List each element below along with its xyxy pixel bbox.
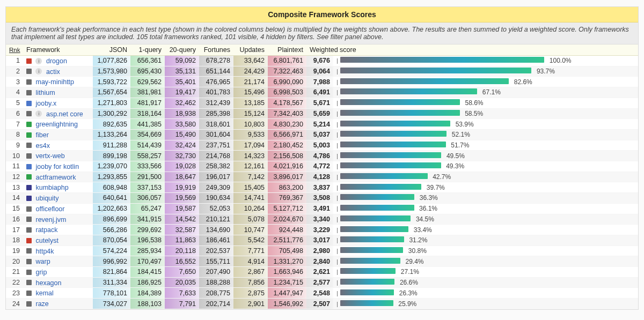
framework-cell[interactable]: fiber (23, 129, 93, 140)
col-framework[interactable]: Framework (23, 44, 93, 56)
color-swatch (26, 122, 32, 127)
score-bar (340, 68, 531, 73)
framework-cell[interactable]: i actix (23, 66, 93, 77)
rank-cell: 21 (6, 267, 23, 278)
col-1query[interactable]: 1-query (130, 44, 165, 56)
framework-link[interactable]: may-minihttp (35, 78, 74, 86)
framework-cell[interactable]: http4k (23, 245, 93, 256)
framework-link[interactable]: kumbiaphp (35, 184, 68, 191)
weighted-cell: 3,017 (306, 235, 333, 245)
framework-cell[interactable]: warp (23, 256, 93, 267)
framework-link[interactable]: http4k (35, 247, 54, 255)
color-swatch (26, 111, 32, 116)
updates-cell: 10,747 (233, 225, 268, 235)
framework-cell[interactable]: i drogon (23, 56, 93, 66)
percent-label: 31.2% (409, 236, 427, 244)
one-query-cell: 318,164 (130, 108, 165, 119)
framework-link[interactable]: lithium (35, 89, 55, 96)
bar-origin: | (336, 216, 338, 222)
framework-cell[interactable]: i asp.net core (23, 108, 93, 119)
framework-link[interactable]: kemal (35, 289, 53, 297)
one-query-cell: 186,925 (130, 277, 165, 288)
framework-link[interactable]: jooby.x (35, 100, 56, 107)
weighted-cell: 3,229 (306, 225, 333, 235)
framework-link[interactable]: cutelyst (35, 237, 58, 244)
framework-cell[interactable]: grip (23, 267, 93, 278)
col-fortunes[interactable]: Fortunes (199, 44, 233, 56)
framework-cell[interactable]: ratpack (23, 225, 93, 235)
updates-cell: 7,856 (233, 277, 268, 288)
bar-cell: | 42.7% (333, 172, 638, 182)
score-bar (340, 300, 393, 306)
json-cell: 734,027 (93, 299, 130, 309)
bar-origin: | (336, 279, 338, 286)
bar-cell: | 31.2% (333, 235, 638, 245)
framework-link[interactable]: ubiquity (35, 195, 58, 202)
framework-cell[interactable]: vertx-web (23, 151, 93, 161)
framework-cell[interactable]: jooby.x (23, 98, 93, 108)
json-cell: 1,593,722 (93, 77, 130, 87)
score-bar (340, 142, 446, 147)
framework-link[interactable]: actframework (35, 173, 76, 181)
json-cell: 821,864 (93, 267, 130, 278)
score-bar (340, 99, 460, 105)
percent-label: 58.5% (465, 110, 483, 117)
framework-cell[interactable]: kemal (23, 288, 93, 299)
fortunes-cell: 186,461 (199, 235, 233, 245)
col-weighted[interactable]: Weighted score (306, 44, 638, 56)
info-icon[interactable]: i (35, 58, 42, 64)
bar-origin: | (336, 121, 338, 128)
col-json[interactable]: JSON (93, 44, 130, 56)
json-cell: 1,077,826 (93, 56, 130, 66)
framework-link[interactable]: jooby for kotlin (35, 163, 79, 170)
framework-link[interactable]: asp.net core (46, 110, 83, 117)
framework-link[interactable]: fiber (35, 131, 48, 139)
info-icon[interactable]: i (35, 68, 42, 75)
fortunes-cell: 210,121 (199, 214, 233, 225)
framework-link[interactable]: revenj.jvm (35, 215, 66, 223)
col-plaintext[interactable]: Plaintext (268, 44, 306, 56)
color-swatch (26, 132, 32, 138)
bar-origin: | (336, 184, 338, 191)
framework-link[interactable]: grip (35, 269, 47, 276)
weighted-cell: 5,214 (306, 119, 333, 130)
rank-cell: 4 (6, 87, 23, 98)
framework-link[interactable]: vertx-web (35, 152, 64, 160)
table-row: 21 grip 821,864 184,415 7,650 207,490 2,… (6, 267, 638, 278)
score-bar (340, 57, 544, 63)
framework-cell[interactable]: kumbiaphp (23, 182, 93, 193)
framework-link[interactable]: ratpack (35, 226, 57, 234)
updates-cell: 15,496 (233, 87, 268, 98)
updates-cell: 7,771 (233, 245, 268, 256)
twenty-query-cell: 20,035 (165, 277, 199, 288)
framework-link[interactable]: actix (46, 68, 60, 75)
one-query-cell: 299,692 (130, 225, 165, 235)
framework-cell[interactable]: actframework (23, 172, 93, 182)
framework-cell[interactable]: jooby for kotlin (23, 161, 93, 172)
framework-cell[interactable]: officefloor (23, 203, 93, 214)
fortunes-cell: 318,601 (199, 119, 233, 130)
framework-cell[interactable]: ubiquity (23, 193, 93, 204)
framework-cell[interactable]: revenj.jvm (23, 214, 93, 225)
framework-link[interactable]: es4x (35, 142, 49, 149)
twenty-query-cell: 59,092 (165, 56, 199, 66)
framework-link[interactable]: drogon (46, 57, 67, 65)
col-20query[interactable]: 20-query (165, 44, 199, 56)
framework-cell[interactable]: cutelyst (23, 235, 93, 245)
framework-cell[interactable]: greenlightning (23, 119, 93, 130)
col-rank[interactable]: Rnk (6, 44, 23, 56)
framework-cell[interactable]: raze (23, 299, 93, 309)
info-icon[interactable]: i (35, 110, 42, 117)
framework-cell[interactable]: may-minihttp (23, 77, 93, 87)
col-updates[interactable]: Updates (233, 44, 268, 56)
framework-link[interactable]: greenlightning (35, 121, 78, 128)
framework-cell[interactable]: es4x (23, 140, 93, 151)
framework-cell[interactable]: hexagon (23, 277, 93, 288)
framework-cell[interactable]: lithium (23, 87, 93, 98)
framework-link[interactable]: raze (35, 300, 48, 308)
framework-link[interactable]: hexagon (35, 279, 61, 286)
bar-cell: | 93.7% (333, 66, 638, 77)
framework-link[interactable]: officefloor (35, 205, 64, 213)
score-bar (340, 194, 414, 200)
framework-link[interactable]: warp (35, 258, 50, 265)
